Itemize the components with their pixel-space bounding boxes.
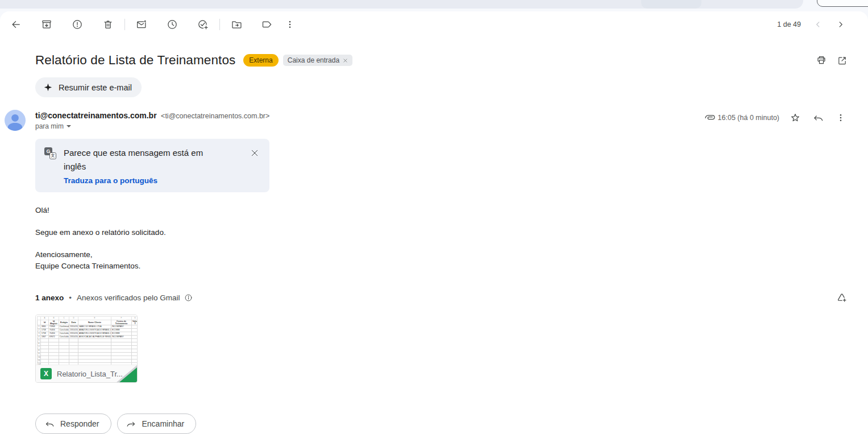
sender-address: <ti@conectatreinamentos.com.br> [161,112,269,120]
print-icon [816,55,827,66]
message-more-options-button[interactable] [829,106,852,129]
translate-message: Parece que esta mensagem está em inglês [64,146,207,173]
body-closing: Atenciosamente, [35,250,93,259]
recipient-dropdown[interactable]: para mim [35,122,269,130]
print-button[interactable] [811,50,832,71]
forward-button-label: Encaminhar [142,419,185,428]
email-subject: Relatório de Lista de Treinamentos [35,53,235,68]
inbox-label-chip[interactable]: Caixa de entrada [283,55,352,66]
toolbar-divider [124,19,125,30]
add-all-to-drive-button[interactable] [832,287,852,308]
report-spam-button[interactable] [66,13,89,36]
attachments-verified-label: Anexos verificados pelo Gmail [77,294,180,302]
star-icon [790,112,801,123]
report-spam-icon [72,19,83,30]
toolbar-divider [219,19,220,30]
sparkle-icon [43,82,53,92]
close-icon [250,148,259,158]
translate-action-link[interactable]: Traduza para o português [64,176,247,185]
forward-icon [126,419,136,429]
back-icon [10,19,22,30]
email-toolbar: 1 de 49 [0,11,868,36]
body-signature: Equipe Conecta Treinamentos. [35,262,140,270]
excel-file-icon: X [40,368,52,379]
attachment-preview-table: ABCDEFGIdId MagistrEstágioDataNome Clien… [37,316,137,366]
email-body: Olá! Segue em anexo o relatório solicita… [35,205,852,272]
archive-icon [41,19,52,30]
open-in-new-window-button[interactable] [832,50,852,71]
pagination-label: 1 de 49 [777,20,801,28]
browser-strip-pill [641,0,701,9]
move-to-icon [231,19,242,30]
external-badge: Externa [243,54,278,67]
older-email-button[interactable] [829,13,852,36]
label-icon [261,19,273,30]
attachment-preview: ABCDEFGIdId MagistrEstágioDataNome Clien… [36,315,137,366]
attachment-card[interactable]: ABCDEFGIdId MagistrEstágioDataNome Clien… [35,315,138,383]
delete-button[interactable] [97,13,119,36]
reply-button-label: Responder [60,419,99,428]
chevron-left-icon [813,19,823,30]
attachment-count: 1 anexo [35,294,64,302]
add-to-tasks-button[interactable] [192,13,214,36]
mark-unread-button[interactable] [130,13,153,36]
summarize-email-button[interactable]: Resumir este e-mail [35,77,142,97]
sender-avatar[interactable] [5,110,26,131]
more-options-button[interactable] [279,13,301,36]
attachment-indicator-icon [704,112,716,123]
kebab-icon [835,112,846,123]
body-line: Segue em anexo o relatório solicitado. [35,227,852,238]
dot-separator: • [69,294,72,302]
snooze-button[interactable] [161,13,184,36]
google-translate-icon: G 文 [44,147,56,159]
attachment-filename: Relatorio_Lista_Tr... [57,370,123,378]
body-greeting: Olá! [35,205,852,216]
translate-close-button[interactable] [247,145,263,161]
remove-label-icon[interactable] [343,58,348,63]
delete-icon [102,19,114,30]
email-timestamp: 16:05 (há 0 minuto) [718,114,779,122]
email-view-sheet: 1 de 49 Relatório de Lista de Treinament… [0,11,868,434]
star-button[interactable] [784,106,807,129]
inbox-label-text: Caixa de entrada [288,56,339,64]
reply-button[interactable]: Responder [35,414,111,434]
summarize-label: Resumir este e-mail [59,83,132,92]
mark-unread-icon [136,19,147,30]
person-icon [5,110,26,131]
reply-icon [812,112,824,123]
move-to-button[interactable] [225,13,248,36]
sender-name: ti@conectatreinamentos.com.br [35,111,157,120]
kebab-icon [284,19,296,30]
recipient-label: para mim [35,122,64,130]
reply-icon [44,419,55,429]
open-in-new-icon [837,55,848,66]
drive-add-icon [836,292,848,303]
info-icon[interactable] [184,294,193,302]
add-to-tasks-icon [197,19,209,30]
labels-button[interactable] [256,13,279,36]
chevron-right-icon [836,19,846,30]
fold-corner [119,367,137,382]
translate-banner: G 文 Parece que esta mensagem está em ing… [35,139,269,192]
cutoff-overlay-button [817,0,868,7]
forward-button[interactable]: Encaminhar [117,414,197,434]
newer-email-button[interactable] [807,13,829,36]
chevron-down-icon [67,125,71,127]
archive-button[interactable] [35,13,58,36]
snooze-icon [167,19,178,30]
back-button[interactable] [5,13,27,36]
reply-button-icon-top[interactable] [807,106,829,129]
top-band [0,0,868,11]
